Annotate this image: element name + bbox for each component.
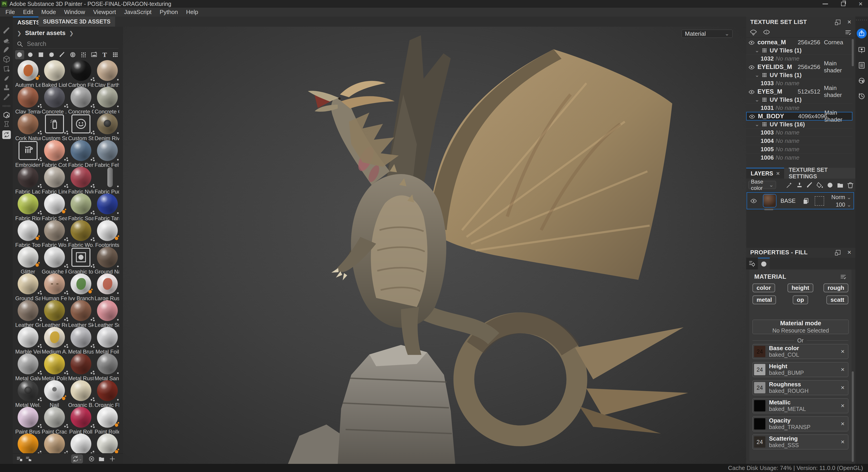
visibility-single-icon[interactable]: 1 [763,28,770,36]
asset-item[interactable]: Fabric Puc... [94,167,119,193]
asset-thumbnail[interactable] [97,407,118,428]
asset-item[interactable]: Nail [41,380,68,407]
uv-tile-row[interactable]: 1003No name [746,128,852,136]
asset-thumbnail[interactable] [18,380,38,401]
add-smart-material-button[interactable] [827,181,834,189]
breadcrumb-label[interactable]: Starter assets [25,30,66,37]
asset-item[interactable]: Paint Brus... [15,407,41,434]
asset-thumbnail[interactable] [70,87,91,107]
menu-mode[interactable]: Mode [39,8,62,15]
asset-item[interactable]: Metal Polis... [41,353,68,380]
asset-item[interactable]: Metal Foil [94,327,119,353]
filter-text[interactable]: T [100,50,109,59]
asset-item[interactable]: Fabric Den... [68,140,94,167]
filter-smart-masks[interactable] [36,50,45,59]
asset-thumbnail[interactable] [97,114,118,134]
channel-filter-dropdown[interactable]: Base color ⌄ [748,181,776,189]
filter-materials[interactable] [15,50,24,59]
asset-item[interactable]: Concrete C... [94,87,119,114]
asset-thumbnail[interactable] [44,434,65,453]
asset-item[interactable]: Ground Sa... [15,274,41,300]
asset-item[interactable]: Fabric Lace [15,167,41,193]
asset-thumbnail[interactable] [70,434,91,453]
history-tool[interactable] [2,120,11,129]
asset-thumbnail[interactable] [70,380,91,401]
asset-item[interactable]: Autumn Le... [15,60,41,87]
asset-thumbnail[interactable] [18,220,38,241]
section-menu-icon[interactable] [840,273,846,280]
asset-item[interactable]: Concrete ... [41,87,68,114]
log-panel-icon[interactable] [858,62,866,69]
add-fill-layer-button[interactable] [816,181,824,189]
asset-thumbnail[interactable] [18,434,38,453]
asset-thumbnail[interactable] [97,167,118,188]
asset-item[interactable]: Paint Roll [68,407,94,434]
remove-resource-icon[interactable]: × [841,420,844,428]
menu-viewport[interactable]: Viewport [91,8,122,15]
asset-thumbnail[interactable] [18,60,38,81]
tab-substance-3d-assets[interactable]: SUBSTANCE 3D ASSETS [38,17,115,27]
properties-scrollbar[interactable] [852,371,854,462]
menu-javascript[interactable]: JavaScript [122,8,157,15]
asset-item[interactable]: Metal Wel... [15,380,41,407]
asset-thumbnail[interactable] [97,434,118,453]
filter-textures[interactable] [90,50,98,59]
channel-chip-height[interactable]: height [787,283,813,292]
asset-thumbnail[interactable] [18,353,38,374]
add-paint-layer-button[interactable] [806,181,813,189]
search-input[interactable] [26,40,109,48]
texture-set-scrollbar[interactable] [852,39,854,66]
asset-thumbnail[interactable] [97,274,118,294]
texture-set-row[interactable]: EYELIDS_M256x256Main shader [746,63,852,71]
breadcrumb-back-icon[interactable]: ❯ [17,30,22,36]
filter-procedurals[interactable] [79,50,88,59]
asset-item[interactable]: Clay Terrac... [15,87,41,114]
asset-thumbnail[interactable] [44,140,65,161]
asset-item[interactable]: Fabric Nylon [68,167,94,193]
tab-fill-settings[interactable] [746,258,758,270]
dock-drag-handle[interactable] [856,20,868,20]
material-mode-button[interactable]: Material mode No Resource Selected [752,320,849,334]
remove-resource-icon[interactable]: × [841,384,844,391]
asset-item[interactable]: Fabric Rips... [15,193,41,220]
menu-edit[interactable]: Edit [21,8,39,15]
geometry-fill-tool[interactable] [2,55,11,64]
asset-item[interactable]: Ground Na... [94,247,119,274]
polygon-fill-tool[interactable] [2,64,11,73]
asset-item[interactable]: Ivy Branch [68,274,94,300]
asset-item[interactable]: Footprints [94,220,119,247]
asset-item[interactable]: Leather Skin [68,300,94,327]
channel-chip-color[interactable]: color [752,283,775,292]
uv-tile-row[interactable]: 1005No name [746,145,852,153]
texture-set-row[interactable]: EYES_M512x512Main shader [746,87,852,96]
asset-thumbnail[interactable] [70,193,91,214]
asset-item[interactable]: Gouache P... [41,247,68,274]
channel-chip-metal[interactable]: metal [752,295,776,304]
visibility-all-icon[interactable] [750,28,757,36]
asset-thumbnail[interactable] [44,407,65,428]
channel-chip-op[interactable]: op [793,295,808,304]
asset-item[interactable]: Clay Earth... [94,60,119,87]
asset-thumbnail[interactable] [97,327,118,348]
asset-thumbnail[interactable] [70,60,91,81]
asset-thumbnail[interactable] [97,353,118,374]
breadcrumb-forward-icon[interactable]: ❯ [69,30,74,36]
asset-thumbnail[interactable] [18,327,38,348]
asset-item[interactable]: Metal San... [94,353,119,380]
asset-item[interactable] [94,434,119,453]
asset-thumbnail[interactable] [18,167,38,188]
asset-item[interactable]: Denim Rivet [94,114,119,140]
asset-thumbnail[interactable] [44,247,65,268]
filter-filters[interactable] [47,50,56,59]
asset-item[interactable]: Concrete C... [68,87,94,114]
filter-all-assets[interactable] [111,50,120,59]
filter-smart-materials[interactable] [26,50,35,59]
asset-thumbnail[interactable] [70,407,91,428]
channel-chip-scatt[interactable]: scatt [827,295,848,304]
asset-thumbnail[interactable] [44,327,65,348]
asset-item[interactable] [15,434,41,453]
save-shelf-button[interactable] [15,454,24,464]
asset-item[interactable]: Fabric Wo... [41,220,68,247]
material-picker-tool[interactable] [2,92,11,102]
asset-item[interactable]: Glitter [15,247,41,274]
